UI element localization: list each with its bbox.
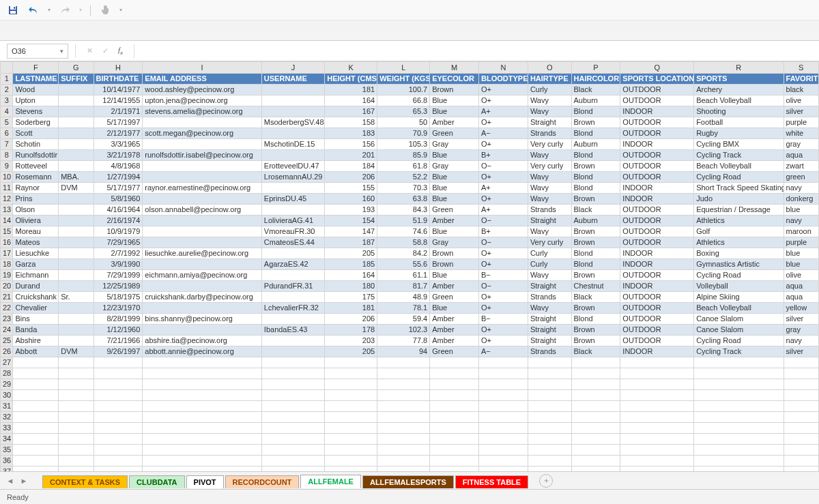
svg-rect-2 (14, 7, 15, 9)
redo-dropdown[interactable]: ▾ (79, 7, 82, 13)
insert-function-button[interactable]: fx (118, 46, 123, 56)
enter-formula-icon[interactable]: ✓ (102, 46, 109, 55)
save-button[interactable] (7, 4, 19, 16)
quick-access-toolbar: ▾ ▾ ▾ (0, 0, 819, 20)
redo-button[interactable] (59, 4, 71, 16)
cancel-formula-icon[interactable]: ✕ (87, 46, 93, 55)
customize-qat-dropdown[interactable]: ▾ (119, 7, 122, 13)
formula-bar: O36 ▾ ✕ ✓ fx (0, 41, 819, 61)
name-box[interactable]: O36 ▾ (7, 44, 68, 59)
undo-dropdown[interactable]: ▾ (48, 7, 51, 13)
formula-input[interactable] (141, 44, 812, 59)
name-box-value: O36 (12, 47, 26, 55)
undo-button[interactable] (27, 4, 40, 16)
svg-rect-3 (10, 11, 16, 14)
ribbon-collapsed-area (0, 20, 819, 41)
name-box-dropdown-icon[interactable]: ▾ (60, 48, 63, 55)
touch-mode-button[interactable] (99, 4, 111, 16)
